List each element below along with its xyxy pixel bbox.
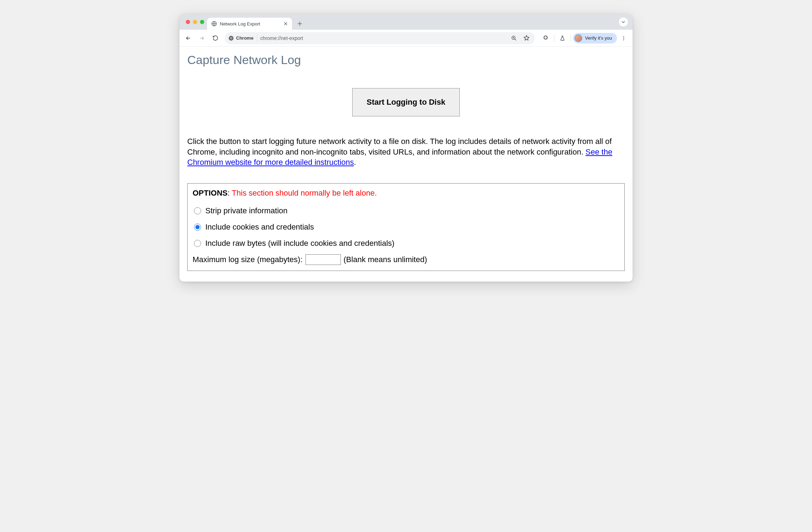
globe-icon	[211, 21, 217, 27]
description-pre: Click the button to start logging future…	[187, 137, 612, 156]
radio-label: Strip private information	[205, 206, 287, 215]
start-button-container: Start Logging to Disk	[187, 88, 625, 116]
chrome-chip-label: Chrome	[236, 35, 253, 41]
page-title: Capture Network Log	[187, 53, 625, 67]
divider	[554, 35, 554, 42]
page-content: Capture Network Log Start Logging to Dis…	[179, 47, 633, 282]
verify-label: Verify it's you	[585, 35, 612, 41]
zoom-icon[interactable]	[508, 32, 520, 44]
max-log-size-label: Maximum log size (megabytes):	[193, 255, 303, 264]
options-box: OPTIONS: This section should normally be…	[187, 183, 625, 271]
bookmark-star-icon[interactable]	[521, 32, 533, 44]
options-warning: This section should normally be left alo…	[232, 189, 377, 197]
options-header-label: OPTIONS	[193, 189, 228, 197]
start-logging-button[interactable]: Start Logging to Disk	[352, 88, 460, 116]
radio-input-include-raw-bytes[interactable]	[194, 240, 201, 247]
max-log-size-row: Maximum log size (megabytes): (Blank mea…	[193, 254, 619, 265]
browser-window: Network Log Export Chrome	[179, 14, 633, 282]
minimize-window-button[interactable]	[193, 20, 197, 24]
radio-strip-private[interactable]: Strip private information	[193, 203, 619, 219]
url-text: chrome://net-export	[260, 35, 505, 41]
back-button[interactable]	[182, 32, 194, 44]
svg-point-3	[230, 37, 232, 39]
chrome-icon	[228, 35, 234, 41]
verify-profile-chip[interactable]: Verify it's you	[573, 33, 617, 44]
radio-input-include-cookies[interactable]	[194, 224, 201, 231]
close-tab-button[interactable]	[283, 21, 288, 27]
chrome-chip: Chrome	[228, 35, 257, 42]
avatar	[574, 34, 582, 42]
new-tab-button[interactable]	[295, 19, 305, 29]
radio-label: Include cookies and credentials	[205, 222, 314, 232]
toolbar: Chrome chrome://net-export	[179, 30, 633, 47]
radio-include-raw-bytes[interactable]: Include raw bytes (will include cookies …	[193, 235, 619, 251]
forward-button[interactable]	[196, 32, 208, 44]
svg-point-7	[623, 39, 624, 40]
radio-label: Include raw bytes (will include cookies …	[205, 239, 394, 248]
radio-include-cookies[interactable]: Include cookies and credentials	[193, 219, 619, 235]
max-log-size-hint: (Blank means unlimited)	[344, 255, 427, 264]
labs-icon[interactable]	[556, 32, 568, 44]
max-log-size-input[interactable]	[305, 254, 341, 265]
reload-button[interactable]	[209, 32, 221, 44]
address-bar[interactable]: Chrome chrome://net-export	[225, 32, 535, 44]
tab-strip: Network Log Export	[179, 14, 633, 30]
svg-point-6	[623, 37, 624, 38]
window-controls	[184, 14, 207, 30]
fullscreen-window-button[interactable]	[200, 20, 204, 24]
divider	[571, 35, 571, 42]
tab-search-button[interactable]	[618, 17, 628, 27]
toolbar-right: Verify it's you	[538, 32, 630, 44]
browser-tab[interactable]: Network Log Export	[207, 18, 292, 30]
menu-button[interactable]	[618, 32, 630, 44]
close-window-button[interactable]	[186, 20, 190, 24]
tab-title: Network Log Export	[220, 21, 260, 27]
radio-input-strip-private[interactable]	[194, 207, 201, 214]
options-header: OPTIONS: This section should normally be…	[193, 189, 619, 198]
svg-point-5	[623, 36, 624, 37]
description-text: Click the button to start logging future…	[187, 136, 625, 168]
description-post: .	[354, 158, 356, 167]
omnibox-actions	[508, 32, 533, 44]
extensions-icon[interactable]	[540, 32, 552, 44]
